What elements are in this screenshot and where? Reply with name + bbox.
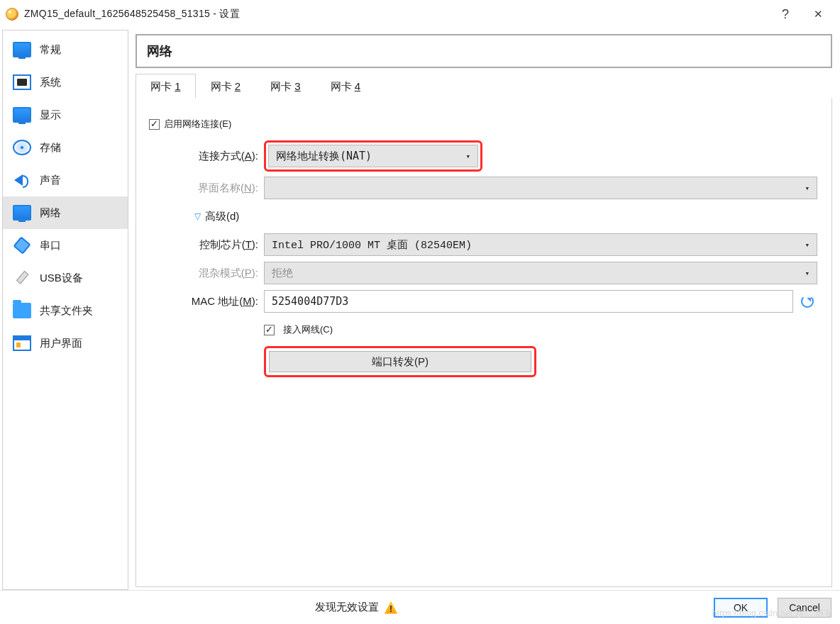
sidebar-item-label: 系统: [40, 76, 61, 89]
row-attached-to: 连接方式(A): 网络地址转换(NAT) ▾: [150, 140, 817, 172]
row-enable-network: 启用网络连接(E): [146, 112, 817, 136]
monitor-icon: [13, 205, 31, 221]
disk-icon: [13, 140, 31, 155]
adapter-type-select[interactable]: Intel PRO/1000 MT 桌面 (82540EM) ▾: [264, 233, 817, 256]
monitor-icon: [13, 42, 31, 57]
sidebar-item-label: 串口: [40, 239, 61, 252]
refresh-icon: [801, 295, 814, 308]
warning-icon: [385, 601, 397, 614]
chevron-down-icon: ▾: [805, 240, 809, 250]
sidebar-item-storage[interactable]: 存储: [3, 131, 128, 164]
sidebar-item-user-interface[interactable]: 用户界面: [3, 327, 128, 360]
cable-connected-label: 接入网线(C): [283, 323, 333, 336]
plug-icon: [10, 233, 34, 257]
tab-adapter-4[interactable]: 网卡 4: [316, 74, 376, 98]
attached-to-select[interactable]: 网络地址转换(NAT) ▾: [268, 145, 478, 167]
chip-icon: [13, 74, 31, 90]
adapter-type-value: Intel PRO/1000 MT 桌面 (82540EM): [272, 238, 472, 252]
sidebar-item-shared-folders[interactable]: 共享文件夹: [3, 294, 128, 327]
settings-window: ZMQ15_default_1625648525458_51315 - 设置 ?…: [0, 0, 840, 624]
sidebar-item-label: 常规: [40, 43, 61, 57]
tab-adapter-1[interactable]: 网卡 1: [136, 74, 196, 98]
sidebar-item-label: 显示: [40, 108, 61, 122]
adapter-panel: 启用网络连接(E) 连接方式(A): 网络地址转换(NAT) ▾: [136, 98, 832, 587]
attached-to-value: 网络地址转换(NAT): [276, 150, 372, 163]
monitor-icon: [13, 107, 31, 123]
title-bar: ZMQ15_default_1625648525458_51315 - 设置 ?…: [0, 0, 840, 28]
sidebar-item-display[interactable]: 显示: [3, 99, 128, 131]
row-promiscuous-mode: 混杂模式(P): 拒绝 ▾: [150, 261, 817, 285]
layout-icon: [13, 335, 31, 351]
enable-network-label: 启用网络连接(E): [164, 118, 231, 130]
row-cable-connected: 接入网线(C): [150, 318, 817, 342]
chevron-down-icon: ▾: [805, 184, 809, 193]
refresh-mac-button[interactable]: [797, 291, 817, 311]
invalid-settings-label: 发现无效设置: [315, 601, 379, 614]
disclosure-down-icon: ▽: [194, 211, 201, 221]
highlight-port-forwarding: 端口转发(P): [264, 346, 536, 377]
sidebar-item-audio[interactable]: 声音: [3, 164, 128, 196]
mac-address-label: MAC 地址(M):: [150, 295, 264, 308]
sidebar-item-label: USB设备: [40, 272, 83, 285]
chevron-down-icon: ▾: [805, 269, 809, 278]
body: 常规 系统 显示 存储 声音 网络: [0, 28, 840, 590]
highlight-attached: 网络地址转换(NAT) ▾: [264, 140, 482, 172]
ok-button[interactable]: OK: [714, 598, 768, 618]
sidebar-item-usb[interactable]: USB设备: [3, 262, 128, 294]
row-port-forwarding: 端口转发(P): [150, 346, 817, 377]
window-title: ZMQ15_default_1625648525458_51315 - 设置: [24, 8, 240, 21]
footer: 发现无效设置 OK Cancel: [0, 590, 840, 624]
promiscuous-mode-value: 拒绝: [272, 267, 293, 280]
page-title: 网络: [136, 34, 832, 68]
sidebar-item-system[interactable]: 系统: [3, 66, 128, 99]
attached-to-label: 连接方式(A):: [150, 150, 264, 163]
sidebar-item-label: 存储: [40, 141, 61, 155]
usb-icon: [10, 266, 34, 290]
mac-address-value: 5254004D77D3: [272, 295, 348, 308]
help-button[interactable]: ?: [769, 3, 802, 26]
port-forwarding-button[interactable]: 端口转发(P): [269, 351, 531, 372]
sound-icon: [13, 172, 31, 188]
adapter-type-label: 控制芯片(T):: [150, 238, 264, 252]
cancel-button[interactable]: Cancel: [778, 598, 831, 618]
sidebar-item-label: 网络: [40, 206, 61, 220]
folder-icon: [13, 303, 31, 318]
tab-bar: 网卡 1 网卡 2 网卡 3 网卡 4: [136, 74, 832, 98]
main-panel: 网络 网卡 1 网卡 2 网卡 3 网卡 4: [128, 30, 838, 590]
virtualbox-icon: [6, 8, 18, 21]
tab-adapter-2[interactable]: 网卡 2: [196, 74, 256, 98]
interface-name-label: 界面名称(N):: [150, 182, 264, 195]
close-button[interactable]: ✕: [802, 3, 834, 26]
sidebar-item-general[interactable]: 常规: [3, 33, 128, 66]
enable-network-checkbox[interactable]: [149, 119, 160, 130]
cable-connected-checkbox[interactable]: [264, 325, 275, 335]
sidebar: 常规 系统 显示 存储 声音 网络: [2, 30, 128, 590]
sidebar-item-label: 共享文件夹: [40, 304, 93, 318]
sidebar-item-network[interactable]: 网络: [3, 196, 128, 229]
promiscuous-mode-select: 拒绝 ▾: [264, 262, 817, 284]
tab-adapter-3[interactable]: 网卡 3: [255, 74, 316, 98]
row-mac-address: MAC 地址(M): 5254004D77D3: [150, 289, 817, 313]
row-interface-name: 界面名称(N): ▾: [150, 176, 817, 200]
interface-name-select: ▾: [264, 177, 817, 199]
sidebar-item-serial[interactable]: 串口: [3, 229, 128, 262]
mac-address-input[interactable]: 5254004D77D3: [264, 290, 793, 313]
advanced-disclosure[interactable]: ▽ 高级(d): [194, 210, 239, 223]
chevron-down-icon: ▾: [465, 152, 470, 161]
promiscuous-mode-label: 混杂模式(P):: [150, 267, 264, 280]
row-adapter-type: 控制芯片(T): Intel PRO/1000 MT 桌面 (82540EM) …: [150, 233, 817, 257]
sidebar-item-label: 声音: [40, 174, 61, 187]
sidebar-item-label: 用户界面: [40, 337, 82, 350]
row-advanced: ▽ 高级(d): [150, 204, 817, 228]
invalid-settings-notice[interactable]: 发现无效设置: [9, 601, 704, 614]
